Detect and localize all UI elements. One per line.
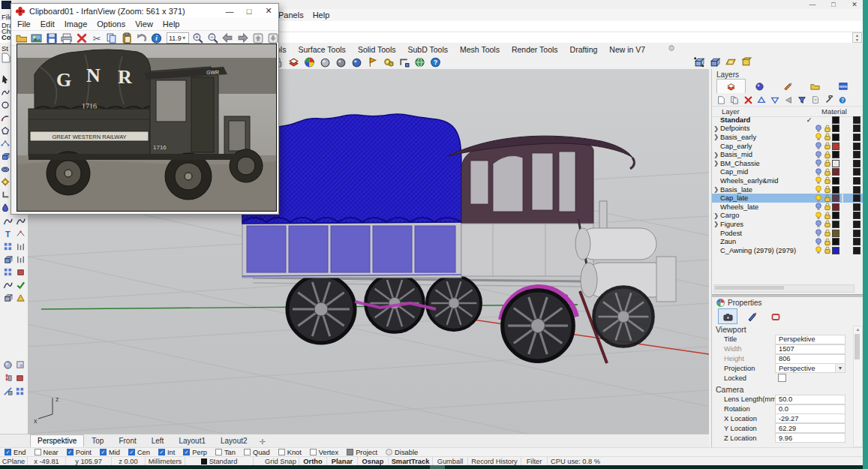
layer-name[interactable]: Cap_late (720, 194, 804, 202)
check-icon[interactable] (15, 279, 26, 290)
command-spinner[interactable]: ▲▼ (852, 32, 862, 43)
layer-row-figures[interactable]: ❯ Figures (712, 220, 863, 229)
layer-row-cap-early[interactable]: Cap_early (712, 142, 863, 151)
color-wheel-icon[interactable] (303, 56, 316, 68)
new-layer-icon[interactable] (715, 95, 727, 105)
osnap-cen[interactable]: ✓Cen (128, 449, 150, 456)
layer-color-swatch[interactable] (832, 247, 839, 254)
open-folder-icon[interactable] (14, 32, 28, 44)
gear-tool-icon[interactable] (1, 177, 10, 186)
irfanview-menu-options[interactable]: Options (97, 20, 125, 29)
move-down-icon[interactable] (769, 95, 781, 105)
layer-row-standard[interactable]: Standard ✓ (712, 116, 863, 125)
layer-color-swatch[interactable] (832, 177, 839, 185)
help-icon[interactable]: ? (429, 56, 442, 68)
layer-lock-icon[interactable] (823, 203, 832, 211)
toolbar-tab[interactable]: New in V7 (603, 45, 651, 54)
osnap-checkbox[interactable]: ✓ (183, 449, 190, 455)
osnap-checkbox[interactable]: ✓ (158, 449, 165, 455)
cut-icon[interactable]: ✂ (89, 32, 103, 44)
layer-name[interactable]: Basis_mid (720, 151, 804, 158)
layer-row-basis-late[interactable]: ❯ Basis_late (712, 185, 863, 194)
layer-name[interactable]: Zaun (720, 238, 804, 245)
layer-row-bm-chassie[interactable]: ❯ BM_Chassie (712, 159, 863, 168)
box-tool-icon[interactable] (1, 152, 10, 161)
layer-material-swatch[interactable] (853, 247, 860, 254)
layer-visibility-bulb[interactable] (814, 212, 823, 220)
layer-color-swatch[interactable] (832, 221, 839, 228)
toolbar-tab[interactable]: Mesh Tools (454, 45, 506, 54)
help-tab-icon[interactable] (773, 79, 801, 92)
osnap-int[interactable]: ✓Int (158, 449, 175, 456)
layer-row-basis-mid[interactable]: ❯ Basis_mid (712, 150, 863, 159)
layer-row-c-awning-2979-2979-[interactable]: C_Awning (2979) (2979) (712, 246, 863, 255)
delete-icon[interactable] (74, 32, 88, 44)
layer-material-swatch[interactable] (853, 116, 860, 124)
layer-row-wheels-early-amp-mid[interactable]: Wheels_early&mid (712, 176, 863, 185)
layer-lock-icon[interactable] (823, 159, 832, 167)
layer-lock-icon[interactable] (823, 125, 832, 133)
layer-visibility-bulb[interactable] (814, 246, 823, 254)
layer-material-swatch[interactable] (853, 168, 860, 176)
layer-name[interactable]: Cargo (720, 212, 804, 219)
layer-name[interactable]: Defpoints (720, 125, 804, 132)
drop-tool-icon[interactable] (1, 203, 10, 212)
osnap-tan[interactable]: Tan (215, 449, 236, 456)
layers-hscrollbar[interactable] (713, 284, 854, 293)
toolbar-tab[interactable]: Surface Tools (292, 45, 351, 54)
layer-material-swatch[interactable] (853, 186, 860, 194)
layer-name[interactable]: Basis_early (720, 134, 804, 141)
dropdown-arrow-icon[interactable]: ▼ (835, 364, 845, 372)
layer-material-swatch[interactable] (853, 143, 860, 150)
irfanview-menu-edit[interactable]: Edit (41, 20, 55, 29)
layer-lock-icon[interactable] (823, 133, 832, 141)
layer-material-swatch[interactable] (853, 134, 860, 141)
layer-name[interactable]: BM_Chassie (720, 160, 804, 167)
layer-visibility-bulb[interactable] (814, 176, 823, 185)
sphere-blue-icon[interactable] (350, 56, 363, 68)
osnap-checkbox[interactable]: ✓ (5, 449, 11, 455)
viewport-tab-front[interactable]: Front (111, 434, 143, 447)
osnap-quad[interactable]: Quad (244, 449, 270, 456)
layer-visibility-bulb[interactable] (814, 125, 823, 133)
layer-lock-icon[interactable] (823, 151, 832, 159)
layer-visibility-bulb[interactable] (814, 238, 823, 246)
undo-icon[interactable] (134, 32, 148, 44)
layer-visibility-bulb[interactable] (814, 185, 823, 194)
viewport-tab-layout2[interactable]: Layout2 (213, 434, 255, 447)
thumbnail-icon[interactable] (29, 32, 43, 44)
property-value[interactable]: 0.0 (775, 404, 845, 414)
arc-tool-icon[interactable] (1, 113, 10, 122)
blend-curve-icon[interactable] (15, 215, 26, 226)
object-props-icon[interactable] (718, 308, 737, 324)
rhino-maximize-button[interactable]: □ (825, 0, 842, 9)
layout-sphere-icon[interactable] (2, 359, 13, 369)
properties-vscrollbar[interactable]: ▲ (853, 326, 863, 447)
layer-lock-icon[interactable] (823, 176, 832, 185)
layer-lock-icon[interactable] (823, 229, 832, 237)
property-value[interactable]: Perspective▼ (775, 363, 845, 373)
irfanview-window[interactable]: Clipboard01 - IrfanView (Zoom: 561 x 371… (11, 3, 279, 215)
vscroll-thumb[interactable] (854, 334, 860, 359)
layer-color-swatch[interactable] (832, 168, 839, 176)
toolbar-tab[interactable]: SubD Tools (401, 45, 454, 54)
viewport-tab-layout1[interactable]: Layout1 (171, 434, 213, 447)
layer-row-cargo[interactable]: ❯ Cargo (712, 212, 863, 221)
layout-bars-icon[interactable] (2, 372, 13, 383)
property-value[interactable]: 50.0 (775, 395, 845, 404)
layer-lock-icon[interactable] (823, 194, 832, 203)
layer-expand-arrow[interactable]: ❯ (712, 212, 720, 219)
osnap-checkbox[interactable] (278, 449, 285, 455)
osnap-checkbox[interactable] (215, 449, 222, 455)
display-tab-icon[interactable] (746, 79, 773, 92)
layer-row-wheels-late[interactable]: Wheels_late (712, 203, 863, 212)
layer-color-swatch[interactable] (832, 212, 839, 219)
hscroll-thumb[interactable] (715, 286, 784, 290)
osnap-perp[interactable]: ✓Perp (183, 449, 207, 456)
layer-row-zaun[interactable]: Zaun (712, 237, 863, 246)
irfanview-minimize-button[interactable]: — (220, 7, 239, 16)
layer-material-swatch[interactable] (853, 177, 860, 185)
irfanview-titlebar[interactable]: Clipboard01 - IrfanView (Zoom: 561 x 371… (11, 4, 278, 18)
layer-row-cap-mid[interactable]: Cap_mid (712, 168, 863, 177)
polyline-icon[interactable] (1, 88, 10, 97)
